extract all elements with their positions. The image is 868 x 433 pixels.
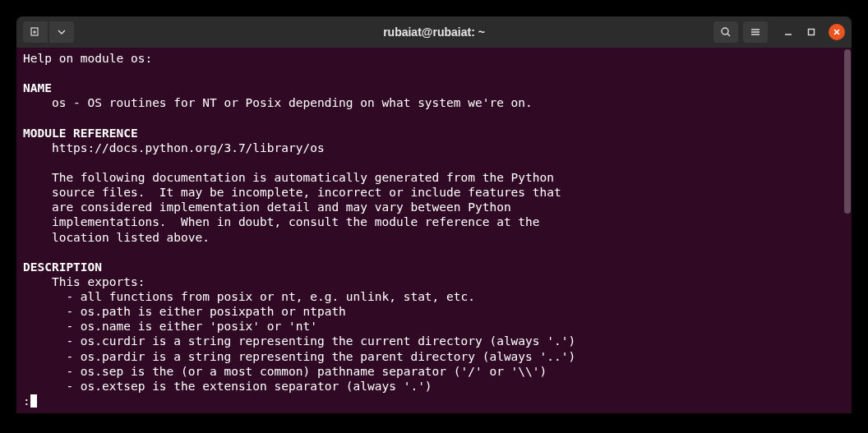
cursor [30, 394, 37, 408]
close-icon [833, 28, 841, 36]
desc-item: - os.curdir is a string representing the… [23, 334, 575, 348]
name-heading: NAME [23, 81, 52, 94]
close-button[interactable] [829, 24, 845, 40]
hamburger-menu-button[interactable] [743, 21, 768, 43]
help-header: Help on module os: [23, 52, 152, 65]
titlebar-left-controls [23, 21, 74, 43]
desc-item: - all functions from posix or nt, e.g. u… [23, 290, 475, 303]
desc-item: - os.extsep is the extension separator (… [23, 380, 432, 393]
new-tab-icon [30, 26, 41, 38]
desc-item: - os.sep is the (or a most common) pathn… [23, 365, 547, 378]
desc-item: - os.pardir is a string representing the… [23, 350, 575, 363]
svg-rect-9 [809, 30, 815, 35]
name-line: os - OS routines for NT or Posix dependi… [23, 96, 533, 109]
modref-p4: implementations. When in doubt, consult … [23, 215, 540, 228]
chevron-down-icon [58, 28, 66, 36]
desc-heading: DESCRIPTION [23, 260, 102, 274]
modref-url: https://docs.python.org/3.7/library/os [23, 141, 325, 154]
desc-item: - os.path is either posixpath or ntpath [23, 305, 346, 318]
tab-menu-button[interactable] [49, 21, 74, 43]
pager-prompt: : [23, 394, 30, 408]
titlebar-right-controls [713, 21, 845, 43]
desc-item: - os.name is either 'posix' or 'nt' [23, 320, 317, 333]
maximize-icon [807, 28, 815, 36]
maximize-button[interactable] [806, 26, 817, 38]
svg-point-3 [722, 28, 728, 35]
minimize-button[interactable] [783, 26, 794, 38]
modref-p2: source files. It may be incomplete, inco… [23, 186, 561, 199]
scrollbar-thumb[interactable] [844, 49, 851, 214]
new-tab-button[interactable] [23, 21, 48, 43]
minimize-icon [784, 28, 792, 36]
window-controls [783, 24, 845, 40]
terminal-window: rubaiat@rubaiat: ~ Help on module os: [16, 16, 852, 413]
desc-sub: This exports: [23, 275, 145, 288]
modref-p5: location listed above. [23, 231, 210, 244]
hamburger-icon [750, 26, 761, 38]
svg-line-4 [727, 34, 730, 36]
search-icon [720, 26, 732, 38]
titlebar: rubaiat@rubaiat: ~ [16, 16, 852, 48]
modref-p3: are considered implementation detail and… [23, 200, 511, 214]
search-button[interactable] [713, 21, 738, 43]
modref-heading: MODULE REFERENCE [23, 127, 138, 140]
terminal-content[interactable]: Help on module os: NAME os - OS routines… [16, 48, 852, 413]
modref-p1: The following documentation is automatic… [23, 171, 554, 184]
window-title: rubaiat@rubaiat: ~ [383, 25, 485, 39]
scrollbar[interactable] [843, 48, 852, 413]
